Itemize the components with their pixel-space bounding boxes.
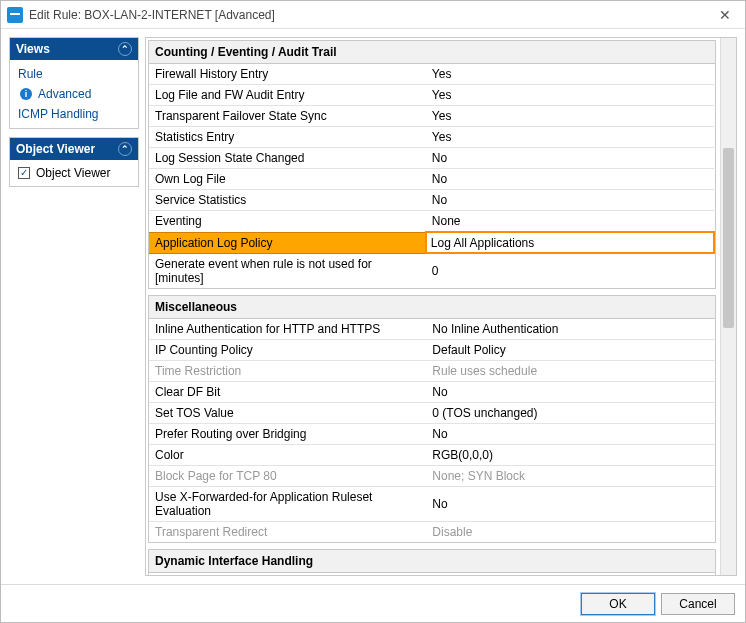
object-viewer-body: ✓ Object Viewer [10, 160, 138, 186]
property-key: Color [149, 444, 426, 465]
sidebar-item-advanced[interactable]: i Advanced [18, 86, 130, 102]
property-row[interactable]: Own Log FileNo [149, 169, 714, 190]
property-key: IP Counting Policy [149, 339, 426, 360]
property-value[interactable]: Default Policy [426, 339, 715, 360]
property-row[interactable]: Block Page for TCP 80None; SYN Block [149, 465, 715, 486]
property-row[interactable]: Transparent RedirectDisable [149, 521, 715, 542]
property-row[interactable]: Prefer Routing over BridgingNo [149, 423, 715, 444]
property-row[interactable]: Source InterfaceMatching [149, 573, 715, 576]
property-section: Counting / Eventing / Audit TrailFirewal… [148, 40, 716, 289]
property-value[interactable]: RGB(0,0,0) [426, 444, 715, 465]
property-value[interactable]: No [426, 486, 715, 521]
property-section: MiscellaneousInline Authentication for H… [148, 295, 716, 543]
app-icon [7, 7, 23, 23]
property-key: Firewall History Entry [149, 64, 426, 85]
object-viewer-panel: Object Viewer ⌃ ✓ Object Viewer [9, 137, 139, 187]
object-viewer-header[interactable]: Object Viewer ⌃ [10, 138, 138, 160]
property-value[interactable]: No [426, 423, 715, 444]
property-value[interactable]: None; SYN Block [426, 465, 715, 486]
property-value[interactable]: 0 [426, 253, 714, 288]
property-value[interactable]: No [426, 169, 714, 190]
property-value[interactable]: No [426, 190, 714, 211]
sidebar: Views ⌃ Rule i Advanced ICMP Handling Ob… [9, 37, 139, 576]
property-table: Source InterfaceMatchingContinue on Sour… [149, 573, 715, 576]
property-value[interactable]: Matching [426, 573, 715, 576]
object-viewer-header-label: Object Viewer [16, 142, 95, 156]
property-row[interactable]: Generate event when rule is not used for… [149, 253, 714, 288]
property-key: Inline Authentication for HTTP and HTTPS [149, 319, 426, 340]
chevron-up-icon: ⌃ [118, 42, 132, 56]
property-key: Transparent Redirect [149, 521, 426, 542]
property-key: Time Restriction [149, 360, 426, 381]
property-row[interactable]: Application Log PolicyLog All Applicatio… [149, 232, 714, 253]
property-key: Service Statistics [149, 190, 426, 211]
property-section: Dynamic Interface HandlingSource Interfa… [148, 549, 716, 576]
info-icon: i [20, 88, 32, 100]
property-row[interactable]: Inline Authentication for HTTP and HTTPS… [149, 319, 715, 340]
views-body: Rule i Advanced ICMP Handling [10, 60, 138, 128]
property-value[interactable]: Yes [426, 64, 714, 85]
property-key: Transparent Failover State Sync [149, 106, 426, 127]
property-value[interactable]: Disable [426, 521, 715, 542]
property-key: Log File and FW Audit Entry [149, 85, 426, 106]
property-value[interactable]: Log All Applications [426, 232, 714, 253]
property-value[interactable]: No Inline Authentication [426, 319, 715, 340]
section-header: Counting / Eventing / Audit Trail [149, 41, 715, 64]
property-value[interactable]: Yes [426, 85, 714, 106]
property-table: Firewall History EntryYesLog File and FW… [149, 64, 715, 288]
property-row[interactable]: EventingNone [149, 211, 714, 233]
property-value[interactable]: Rule uses schedule [426, 360, 715, 381]
titlebar: Edit Rule: BOX-LAN-2-INTERNET [Advanced]… [1, 1, 745, 29]
scrollbar[interactable] [720, 38, 736, 575]
property-row[interactable]: Use X-Forwarded-for Application Ruleset … [149, 486, 715, 521]
property-key: Source Interface [149, 573, 426, 576]
property-value[interactable]: No [426, 148, 714, 169]
object-viewer-checkbox[interactable]: ✓ Object Viewer [18, 166, 130, 180]
property-row[interactable]: Transparent Failover State SyncYes [149, 106, 714, 127]
property-key: Block Page for TCP 80 [149, 465, 426, 486]
body: Views ⌃ Rule i Advanced ICMP Handling Ob… [1, 29, 745, 584]
property-value[interactable]: 0 (TOS unchanged) [426, 402, 715, 423]
property-key: Use X-Forwarded-for Application Ruleset … [149, 486, 426, 521]
window: Edit Rule: BOX-LAN-2-INTERNET [Advanced]… [0, 0, 746, 623]
main-panel: Counting / Eventing / Audit TrailFirewal… [145, 37, 737, 576]
sidebar-item-label: Advanced [38, 87, 91, 101]
property-key: Clear DF Bit [149, 381, 426, 402]
sidebar-item-icmp-handling[interactable]: ICMP Handling [18, 106, 130, 122]
sidebar-item-rule[interactable]: Rule [18, 66, 130, 82]
views-panel: Views ⌃ Rule i Advanced ICMP Handling [9, 37, 139, 129]
main-scroll[interactable]: Counting / Eventing / Audit TrailFirewal… [146, 38, 720, 575]
property-row[interactable]: Log Session State ChangedNo [149, 148, 714, 169]
property-key: Prefer Routing over Bridging [149, 423, 426, 444]
property-row[interactable]: Log File and FW Audit EntryYes [149, 85, 714, 106]
views-header[interactable]: Views ⌃ [10, 38, 138, 60]
property-row[interactable]: Set TOS Value0 (TOS unchanged) [149, 402, 715, 423]
property-key: Application Log Policy [149, 232, 426, 253]
property-value[interactable]: Yes [426, 127, 714, 148]
footer: OK Cancel [1, 584, 745, 622]
window-title: Edit Rule: BOX-LAN-2-INTERNET [Advanced] [29, 8, 705, 22]
property-row[interactable]: Time RestrictionRule uses schedule [149, 360, 715, 381]
section-header: Miscellaneous [149, 296, 715, 319]
property-row[interactable]: Firewall History EntryYes [149, 64, 714, 85]
close-icon: ✕ [719, 7, 731, 23]
chevron-up-icon: ⌃ [118, 142, 132, 156]
ok-button[interactable]: OK [581, 593, 655, 615]
property-table: Inline Authentication for HTTP and HTTPS… [149, 319, 715, 542]
property-value[interactable]: Yes [426, 106, 714, 127]
property-key: Statistics Entry [149, 127, 426, 148]
property-key: Set TOS Value [149, 402, 426, 423]
cancel-button[interactable]: Cancel [661, 593, 735, 615]
property-row[interactable]: Clear DF BitNo [149, 381, 715, 402]
close-button[interactable]: ✕ [705, 1, 745, 28]
property-row[interactable]: IP Counting PolicyDefault Policy [149, 339, 715, 360]
property-row[interactable]: ColorRGB(0,0,0) [149, 444, 715, 465]
property-key: Generate event when rule is not used for… [149, 253, 426, 288]
property-value[interactable]: No [426, 381, 715, 402]
property-row[interactable]: Statistics EntryYes [149, 127, 714, 148]
scrollbar-thumb[interactable] [723, 148, 734, 328]
checkbox-icon: ✓ [18, 167, 30, 179]
property-row[interactable]: Service StatisticsNo [149, 190, 714, 211]
property-key: Log Session State Changed [149, 148, 426, 169]
property-value[interactable]: None [426, 211, 714, 233]
